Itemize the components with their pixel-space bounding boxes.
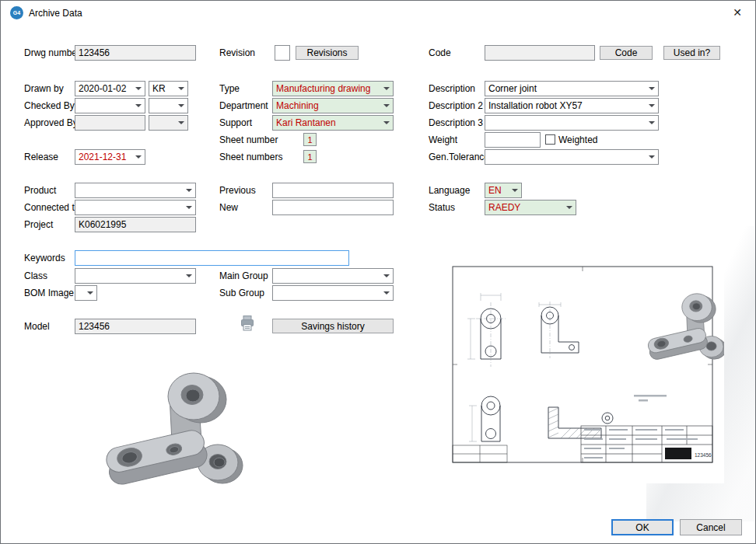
product-label: Product bbox=[24, 185, 56, 196]
description-label: Description bbox=[429, 83, 475, 94]
weighted-checkbox[interactable] bbox=[545, 134, 555, 145]
approved-initials-combo[interactable] bbox=[149, 115, 188, 131]
drawing-number-text: 123456 bbox=[695, 452, 712, 458]
chevron-down-icon bbox=[380, 286, 393, 300]
chevron-down-icon bbox=[646, 116, 658, 130]
savings-history-button[interactable]: Savings history bbox=[272, 319, 394, 333]
model-preview-image bbox=[75, 351, 261, 504]
type-combo[interactable]: Manufacturing drawing bbox=[272, 81, 394, 96]
weighted-label: Weighted bbox=[558, 134, 597, 145]
previous-field[interactable] bbox=[272, 183, 394, 198]
drawn-date-combo[interactable]: 2020-01-02 bbox=[75, 81, 145, 96]
used-in-button[interactable]: Used in? bbox=[663, 46, 720, 60]
project-label: Project bbox=[24, 219, 53, 230]
chevron-down-icon bbox=[646, 150, 658, 164]
revision-label: Revision bbox=[219, 47, 255, 58]
department-label: Department bbox=[219, 100, 268, 111]
title-bar: G4 Archive Data ✕ bbox=[1, 1, 755, 24]
revision-field[interactable] bbox=[275, 45, 290, 61]
sheet-number-label: Sheet number bbox=[219, 134, 278, 145]
app-logo-icon: G4 bbox=[10, 6, 23, 19]
department-combo[interactable]: Machining bbox=[272, 98, 394, 113]
drawn-initials-combo[interactable]: KR bbox=[149, 81, 188, 96]
description3-label: Description 3 bbox=[429, 117, 483, 128]
sheet-number-field[interactable]: 1 bbox=[303, 133, 317, 146]
chevron-down-icon bbox=[563, 201, 576, 214]
chevron-down-icon bbox=[132, 82, 145, 96]
approved-by-label: Approved By bbox=[24, 117, 78, 128]
checked-by-label: Checked By bbox=[24, 100, 75, 111]
chevron-down-icon bbox=[84, 286, 96, 300]
support-combo[interactable]: Kari Rantanen bbox=[272, 115, 394, 131]
description2-label: Description 2 bbox=[429, 100, 483, 111]
chevron-down-icon bbox=[175, 99, 187, 113]
print-icon[interactable] bbox=[240, 315, 254, 335]
type-label: Type bbox=[219, 83, 240, 94]
drawing-preview-image: 123456 bbox=[441, 258, 724, 483]
sheet-numbers-label: Sheet numbers bbox=[219, 152, 282, 162]
model-label: Model bbox=[24, 321, 50, 332]
project-field[interactable] bbox=[75, 217, 196, 232]
gen-tolerances-combo[interactable] bbox=[485, 149, 659, 165]
new-field[interactable] bbox=[272, 200, 394, 215]
chevron-down-icon bbox=[132, 99, 145, 113]
class-label: Class bbox=[24, 270, 47, 281]
chevron-down-icon bbox=[380, 116, 393, 130]
window-title: Archive Data bbox=[29, 8, 82, 19]
drwg-number-label: Drwg number bbox=[24, 47, 80, 58]
release-combo[interactable]: 2021-12-31 bbox=[75, 149, 145, 165]
bom-image-label: BOM Image bbox=[24, 288, 74, 298]
support-label: Support bbox=[219, 117, 252, 128]
main-group-label: Main Group bbox=[219, 270, 268, 281]
archive-data-dialog: G4 Archive Data ✕ Drwg number Revision R… bbox=[0, 0, 756, 544]
drawn-by-label: Drawn by bbox=[24, 83, 64, 94]
status-label: Status bbox=[429, 202, 455, 213]
code-field[interactable] bbox=[485, 45, 595, 61]
chevron-down-icon bbox=[646, 99, 658, 113]
new-label: New bbox=[219, 202, 238, 213]
release-label: Release bbox=[24, 152, 58, 162]
language-combo[interactable]: EN bbox=[485, 183, 522, 198]
language-label: Language bbox=[429, 185, 470, 196]
code-label: Code bbox=[429, 47, 451, 58]
keywords-input[interactable] bbox=[75, 250, 349, 266]
drawing-sheet: 123456 bbox=[441, 258, 724, 483]
connected-to-label: Connected to bbox=[24, 202, 79, 213]
model-field[interactable] bbox=[75, 319, 196, 334]
sub-group-combo[interactable] bbox=[272, 285, 394, 301]
chevron-down-icon bbox=[509, 183, 521, 197]
drwg-number-field[interactable] bbox=[75, 45, 196, 61]
close-icon[interactable]: ✕ bbox=[733, 7, 742, 18]
description2-combo[interactable]: Installation robot XY57 bbox=[485, 98, 659, 113]
product-combo[interactable] bbox=[75, 183, 196, 198]
description3-combo[interactable] bbox=[485, 115, 659, 131]
code-button[interactable]: Code bbox=[600, 46, 653, 60]
chevron-down-icon bbox=[380, 82, 393, 96]
sheet-numbers-field[interactable]: 1 bbox=[303, 150, 317, 163]
chevron-down-icon bbox=[132, 150, 145, 164]
bom-image-combo[interactable] bbox=[75, 285, 97, 301]
chevron-down-icon bbox=[380, 269, 393, 283]
chevron-down-icon bbox=[183, 201, 195, 214]
chevron-down-icon bbox=[380, 99, 393, 113]
checked-initials-combo[interactable] bbox=[149, 98, 188, 113]
keywords-label: Keywords bbox=[24, 253, 65, 263]
weight-label: Weight bbox=[429, 134, 457, 145]
connected-to-combo[interactable] bbox=[75, 200, 196, 215]
class-combo[interactable] bbox=[75, 268, 196, 284]
corner-joint-3d-render bbox=[75, 351, 261, 504]
main-group-combo[interactable] bbox=[272, 268, 394, 284]
description-combo[interactable]: Corner joint bbox=[485, 81, 659, 96]
chevron-down-icon bbox=[183, 183, 195, 197]
previous-label: Previous bbox=[219, 185, 256, 196]
checked-date-combo[interactable] bbox=[75, 98, 145, 113]
revisions-button[interactable]: Revisions bbox=[296, 46, 359, 60]
chevron-down-icon bbox=[646, 82, 658, 96]
status-combo[interactable]: RAEDY bbox=[485, 200, 576, 215]
approved-date-field[interactable] bbox=[75, 115, 145, 131]
weight-field[interactable] bbox=[485, 132, 541, 148]
cancel-button[interactable]: Cancel bbox=[680, 519, 742, 535]
chevron-down-icon bbox=[175, 116, 187, 130]
sub-group-label: Sub Group bbox=[219, 288, 264, 298]
ok-button[interactable]: OK bbox=[611, 519, 674, 535]
